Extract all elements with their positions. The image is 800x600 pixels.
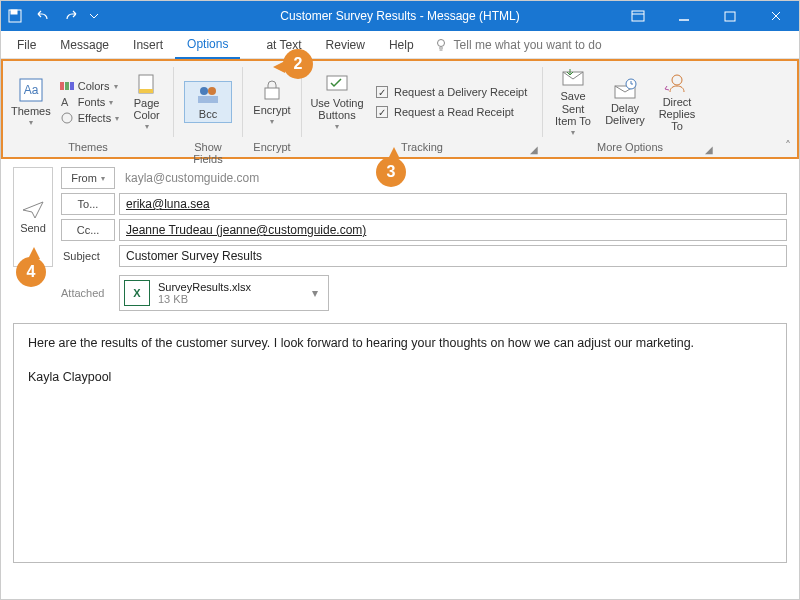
fonts-button[interactable]: A Fonts▾ <box>57 95 122 109</box>
svg-rect-13 <box>60 82 64 90</box>
undo-icon[interactable] <box>29 1 57 31</box>
menu-file[interactable]: File <box>5 31 48 59</box>
fonts-icon: A <box>60 96 74 108</box>
group-encrypt-label: Encrypt <box>249 141 295 157</box>
effects-button[interactable]: Effects▾ <box>57 111 122 125</box>
subject-field[interactable]: Customer Survey Results <box>119 245 787 267</box>
svg-point-17 <box>62 113 72 123</box>
to-field[interactable]: erika@luna.sea <box>119 193 787 215</box>
group-tracking: Use Voting Buttons▾ ✓Request a Delivery … <box>302 61 542 157</box>
svg-point-8 <box>437 39 444 46</box>
group-themes: Aa Themes▾ Colors▾ A Fonts▾ Effects▾ <box>3 61 173 157</box>
tracking-launcher-icon[interactable]: ◢ <box>528 143 540 155</box>
menu-insert[interactable]: Insert <box>121 31 175 59</box>
group-tracking-label: Tracking <box>308 141 536 157</box>
group-show-fields: Bcc Show Fields <box>174 61 242 157</box>
group-themes-label: Themes <box>9 141 167 157</box>
svg-point-20 <box>200 87 208 95</box>
menu-options[interactable]: Options <box>175 31 240 59</box>
direct-replies-button[interactable]: Direct Replies To <box>653 70 701 134</box>
svg-rect-23 <box>265 88 279 99</box>
maximize-button[interactable] <box>707 1 753 31</box>
subject-label: Subject <box>61 245 119 267</box>
read-receipt-checkbox[interactable]: ✓Request a Read Receipt <box>374 105 529 119</box>
direct-replies-icon <box>664 72 690 94</box>
effects-icon <box>60 112 74 124</box>
attachment-dropdown-icon[interactable]: ▾ <box>308 286 322 300</box>
group-more-options-label: More Options <box>549 141 711 157</box>
compose-area: Send From▾ kayla@customguide.com To... e… <box>1 159 799 571</box>
themes-button[interactable]: Aa Themes▾ <box>9 75 53 130</box>
attachment-name: SurveyResults.xlsx <box>158 281 251 293</box>
svg-point-28 <box>672 75 682 85</box>
save-sent-icon <box>560 66 586 88</box>
menu-help[interactable]: Help <box>377 31 426 59</box>
svg-rect-5 <box>725 12 735 21</box>
callout-badge-2: 2 <box>283 49 313 79</box>
attachment-size: 13 KB <box>158 293 251 305</box>
group-show-fields-label: Show Fields <box>180 141 236 157</box>
svg-point-21 <box>208 87 216 95</box>
themes-icon: Aa <box>18 77 44 103</box>
from-value: kayla@customguide.com <box>119 167 787 189</box>
menu-bar: File Message Insert Options at Text Revi… <box>1 31 799 59</box>
svg-rect-1 <box>11 10 17 14</box>
voting-buttons-button[interactable]: Use Voting Buttons▾ <box>308 71 366 134</box>
svg-rect-14 <box>65 82 69 90</box>
voting-icon <box>324 73 350 95</box>
cc-button[interactable]: Cc... <box>61 219 115 241</box>
ribbon: Aa Themes▾ Colors▾ A Fonts▾ Effects▾ <box>1 59 799 159</box>
svg-text:A: A <box>61 96 69 108</box>
redo-icon[interactable] <box>57 1 85 31</box>
send-icon <box>21 200 45 220</box>
excel-icon: X <box>124 280 150 306</box>
lock-icon <box>260 78 284 102</box>
ribbon-display-icon[interactable] <box>615 1 661 31</box>
bcc-button[interactable]: Bcc <box>184 81 232 123</box>
encrypt-button[interactable]: Encrypt▾ <box>249 76 295 129</box>
delay-icon <box>612 78 638 100</box>
svg-rect-19 <box>139 89 153 93</box>
to-button[interactable]: To... <box>61 193 115 215</box>
page-color-icon <box>136 73 158 95</box>
body-signature: Kayla Claypool <box>28 370 772 384</box>
close-button[interactable] <box>753 1 799 31</box>
message-body[interactable]: Here are the results of the customer sur… <box>13 323 787 563</box>
lightbulb-icon <box>434 38 448 52</box>
callout-badge-4: 4 <box>16 257 46 287</box>
group-more-options: Save Sent Item To▾ Delay Delivery Direct… <box>543 61 717 157</box>
callout-badge-3: 3 <box>376 157 406 187</box>
page-color-button[interactable]: Page Color▾ <box>126 71 167 134</box>
cc-field[interactable]: Jeanne Trudeau (jeanne@customguide.com) <box>119 219 787 241</box>
svg-rect-2 <box>632 11 644 21</box>
colors-button[interactable]: Colors▾ <box>57 79 122 93</box>
more-options-launcher-icon[interactable]: ◢ <box>703 143 715 155</box>
menu-message[interactable]: Message <box>48 31 121 59</box>
body-paragraph: Here are the results of the customer sur… <box>28 336 772 350</box>
title-bar: Customer Survey Results - Message (HTML) <box>1 1 799 31</box>
delivery-receipt-checkbox[interactable]: ✓Request a Delivery Receipt <box>374 85 529 99</box>
attachment-item[interactable]: X SurveyResults.xlsx 13 KB ▾ <box>119 275 329 311</box>
tellme-label: Tell me what you want to do <box>454 38 602 52</box>
window-title: Customer Survey Results - Message (HTML) <box>280 9 519 23</box>
attached-label: Attached <box>61 282 119 304</box>
svg-text:Aa: Aa <box>24 83 39 97</box>
delay-delivery-button[interactable]: Delay Delivery <box>601 76 649 128</box>
bcc-icon <box>195 84 221 106</box>
svg-rect-22 <box>198 96 218 103</box>
save-icon[interactable] <box>1 1 29 31</box>
minimize-button[interactable] <box>661 1 707 31</box>
collapse-ribbon-icon[interactable]: ˄ <box>785 139 791 153</box>
save-sent-button[interactable]: Save Sent Item To▾ <box>549 64 597 139</box>
qat-customize-icon[interactable] <box>85 1 103 31</box>
colors-icon <box>60 80 74 92</box>
from-button[interactable]: From▾ <box>61 167 115 189</box>
tellme-search[interactable]: Tell me what you want to do <box>434 38 602 52</box>
svg-rect-15 <box>70 82 74 90</box>
menu-review[interactable]: Review <box>314 31 377 59</box>
